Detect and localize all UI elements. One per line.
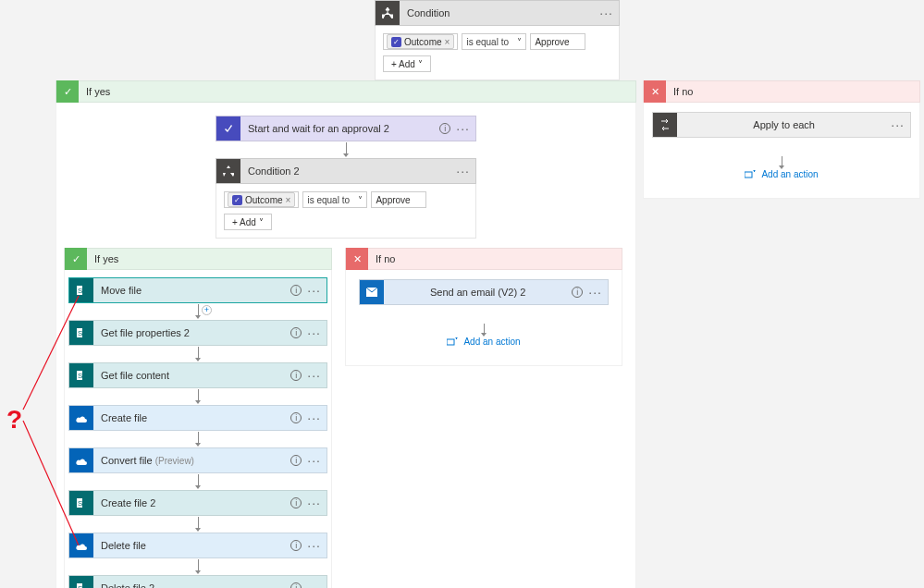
value-input[interactable]: Approve — [371, 191, 426, 208]
approval-card[interactable]: Start and wait for an approval 2 i ··· — [216, 116, 476, 141]
action-title: Create file 2 — [93, 497, 290, 508]
action-icon: S — [69, 491, 93, 515]
send-email-card[interactable]: Send an email (V2) 2 i ··· — [359, 279, 609, 305]
chevron-down-icon: ˅ — [259, 217, 264, 227]
operator-dropdown[interactable]: is equal to ˅ — [302, 191, 367, 208]
action-card[interactable]: SMove filei··· — [68, 277, 327, 303]
flow-arrow — [64, 141, 628, 158]
flow-arrow — [68, 558, 327, 575]
action-title: Delete file — [93, 540, 290, 551]
info-icon[interactable]: i — [290, 540, 302, 551]
action-icon: S — [69, 363, 93, 387]
card-menu[interactable]: ··· — [456, 121, 470, 136]
card-menu[interactable]: ··· — [307, 581, 321, 588]
add-action-link[interactable]: Add an action — [447, 337, 520, 347]
branch-yes-label: If yes — [87, 253, 126, 264]
card-menu[interactable]: ··· — [307, 453, 321, 468]
loop-icon — [653, 113, 677, 137]
action-title: Move file — [93, 285, 290, 296]
branch-icon — [216, 159, 240, 183]
card-menu[interactable]: ··· — [456, 164, 470, 178]
action-card[interactable]: SDelete file 2i··· — [68, 575, 327, 588]
action-icon — [69, 448, 93, 472]
operator-dropdown[interactable]: is equal to ˅ — [462, 33, 526, 50]
flow-arrow — [68, 388, 327, 405]
info-icon[interactable]: i — [290, 412, 302, 423]
action-icon: S — [69, 576, 93, 588]
branch-no-header: ✕ If no — [643, 80, 920, 103]
action-card[interactable]: Convert file (Preview)i··· — [68, 447, 327, 473]
flow-arrow — [68, 431, 327, 447]
action-card[interactable]: SCreate file 2i··· — [68, 490, 327, 516]
add-row-button[interactable]: + Add ˅ — [383, 55, 431, 72]
insert-step-button[interactable]: + — [202, 305, 212, 315]
info-icon[interactable]: i — [290, 455, 302, 466]
condition-title: Condition — [400, 7, 599, 18]
condition2-title: Condition 2 — [240, 165, 456, 177]
check-icon: ✓ — [65, 248, 87, 270]
card-menu[interactable]: ··· — [307, 538, 321, 553]
card-menu[interactable]: ··· — [307, 283, 321, 298]
info-icon[interactable]: i — [290, 327, 302, 338]
add-action-link[interactable]: Add an action — [745, 169, 818, 179]
branch-yes-label: If yes — [79, 86, 117, 97]
action-card[interactable]: SGet file properties 2i··· — [68, 320, 327, 346]
apply-title: Apply to each — [677, 119, 891, 130]
branch-icon — [376, 1, 400, 25]
annotation-question-mark: ? — [6, 405, 22, 435]
chevron-down-icon: ˅ — [358, 195, 363, 205]
flow-arrow — [68, 473, 327, 490]
card-menu[interactable]: ··· — [307, 325, 321, 340]
info-icon[interactable]: i — [290, 497, 302, 508]
branch-no-inner: ✕ If no Send an email (V2) 2 i ··· — [345, 248, 622, 366]
condition2-header[interactable]: Condition 2 ··· — [216, 158, 476, 184]
action-card[interactable]: Delete filei··· — [68, 533, 327, 558]
action-card[interactable]: Create filei··· — [68, 405, 327, 431]
token-remove[interactable]: × — [286, 195, 291, 205]
value-input[interactable]: Approve — [530, 33, 585, 50]
close-icon: ✕ — [644, 80, 666, 103]
action-title: Convert file (Preview) — [93, 455, 290, 466]
card-menu[interactable]: ··· — [588, 285, 602, 300]
info-icon[interactable]: i — [439, 123, 450, 134]
action-title: Create file — [93, 412, 290, 423]
info-icon[interactable]: i — [572, 287, 583, 298]
info-icon[interactable]: i — [290, 370, 302, 381]
token-label: Outcome — [245, 195, 283, 205]
action-icon — [69, 533, 93, 557]
card-menu[interactable]: ··· — [307, 368, 321, 383]
add-row-button[interactable]: + Add ˅ — [224, 214, 272, 230]
condition-expression: ✓ Outcome × is equal to ˅ Approve — [383, 33, 611, 50]
branch-yes-inner: ✓ If yes SMove filei···+SGet file proper… — [64, 248, 332, 588]
dynamic-token-outcome[interactable]: ✓ Outcome × — [228, 192, 295, 207]
card-menu[interactable]: ··· — [307, 410, 321, 425]
condition-header[interactable]: Condition ··· — [375, 0, 620, 26]
token-icon: ✓ — [391, 37, 401, 47]
close-icon: ✕ — [346, 248, 368, 270]
mail-icon — [360, 280, 384, 304]
svg-rect-13 — [447, 339, 454, 345]
check-icon: ✓ — [56, 80, 79, 103]
branch-no-label: If no — [666, 86, 700, 97]
action-icon: S — [69, 321, 93, 345]
chevron-down-icon: ˅ — [517, 37, 522, 47]
token-remove[interactable]: × — [445, 37, 450, 47]
branch-no-label: If no — [368, 253, 402, 264]
dynamic-token-outcome[interactable]: ✓ Outcome × — [387, 34, 454, 49]
condition-card: Condition ··· ✓ Outcome × is equal to ˅ … — [375, 0, 620, 80]
flow-arrow — [68, 346, 327, 362]
flow-arrow — [351, 324, 616, 337]
info-icon[interactable]: i — [290, 582, 302, 588]
apply-each-card[interactable]: Apply to each ··· — [652, 112, 911, 138]
action-card[interactable]: SGet file contenti··· — [68, 362, 327, 388]
card-menu[interactable]: ··· — [891, 117, 905, 132]
svg-text:S: S — [78, 372, 82, 380]
info-icon[interactable]: i — [290, 285, 302, 296]
action-title: Delete file 2 — [93, 582, 290, 588]
card-menu[interactable]: ··· — [307, 496, 321, 510]
action-icon — [69, 406, 93, 430]
approval-title: Start and wait for an approval 2 — [240, 123, 439, 134]
card-menu[interactable]: ··· — [599, 6, 613, 20]
action-title: Get file content — [93, 370, 290, 381]
approval-icon — [216, 116, 240, 141]
